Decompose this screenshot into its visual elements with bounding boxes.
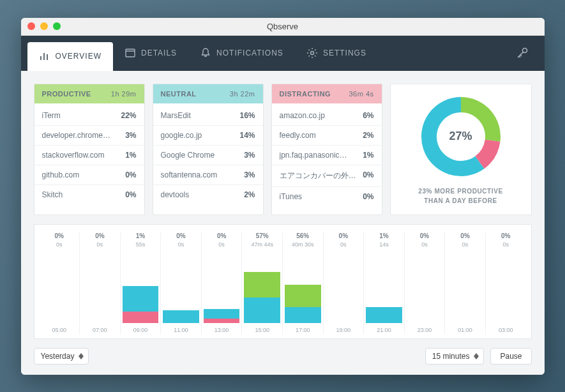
item-name: エアコンカバーの外… (280, 170, 358, 181)
list-item[interactable]: amazon.co.jp6% (272, 106, 382, 126)
bar-chart-icon (39, 50, 50, 62)
item-name: Google Chrome (161, 151, 239, 160)
item-name: developer.chrome… (42, 131, 121, 140)
hour-duration: 0s (178, 241, 185, 248)
hour-column[interactable]: 0%0s11:00 (161, 232, 202, 335)
hour-duration: 0s (502, 241, 509, 248)
list-item[interactable]: softantenna.com3% (153, 165, 263, 185)
interval-select-value: 15 minutes (432, 352, 470, 361)
item-pct: 0% (363, 192, 373, 201)
stepper-icon (472, 349, 481, 364)
item-pct: 6% (363, 111, 373, 120)
tab-label: SETTINGS (323, 49, 366, 57)
app-window: Qbserve OVERVIEW DETAILS NOTIFICATIONS S… (21, 18, 545, 375)
interval-select[interactable]: 15 minutes (425, 348, 485, 365)
timeline-chart: 0%0s05:000%0s07:001%55s09:000%0s11:000%0… (34, 224, 532, 339)
list-item[interactable]: エアコンカバーの外…0% (272, 165, 382, 187)
hour-column[interactable]: 1%55s09:00 (121, 232, 162, 335)
tab-notifications[interactable]: NOTIFICATIONS (188, 36, 295, 71)
tab-label: OVERVIEW (56, 52, 102, 61)
hour-column[interactable]: 1%14s21:00 (364, 232, 405, 335)
hour-duration: 14s (379, 241, 389, 248)
tab-label: NOTIFICATIONS (216, 49, 283, 57)
hour-column[interactable]: 0%0s03:00 (486, 232, 526, 335)
donut-card: 27% 23% MORE PRODUCTIVE THAN A DAY BEFOR… (390, 84, 532, 215)
list-item[interactable]: google.co.jp14% (153, 126, 263, 146)
category-total: 3h 22m (230, 90, 255, 98)
list-item[interactable]: Skitch0% (34, 185, 144, 204)
hour-time: 15:00 (255, 327, 269, 333)
productive-list: iTerm22%developer.chrome…3%stackoverflow… (34, 103, 144, 207)
hour-column[interactable]: 0%0s13:00 (202, 232, 243, 335)
item-pct: 3% (125, 131, 136, 140)
hour-time: 21:00 (377, 327, 391, 333)
titlebar: Qbserve (21, 18, 545, 36)
list-item[interactable]: iTerm22% (34, 106, 144, 126)
item-name: google.co.jp (161, 131, 235, 140)
list-item[interactable]: jpn.faq.panasonic…1% (272, 146, 382, 165)
item-pct: 16% (239, 111, 255, 120)
hour-pct: 1% (379, 232, 388, 239)
item-pct: 0% (363, 170, 373, 181)
item-name: softantenna.com (161, 170, 239, 179)
list-item[interactable]: developer.chrome…3% (34, 126, 144, 146)
tabbar: OVERVIEW DETAILS NOTIFICATIONS SETTINGS (21, 36, 545, 71)
hour-duration: 0s (340, 241, 347, 248)
item-name: MarsEdit (161, 111, 235, 120)
gear-icon (306, 47, 318, 59)
list-item[interactable]: iTunes0% (272, 187, 382, 206)
item-name: stackoverflow.com (42, 151, 121, 160)
hour-column[interactable]: 0%0s23:00 (405, 232, 446, 335)
hour-column[interactable]: 0%0s05:00 (40, 232, 80, 335)
hour-time: 19:00 (336, 327, 351, 333)
pause-button[interactable]: Pause (490, 348, 531, 365)
item-name: jpn.faq.panasonic… (280, 151, 358, 160)
hour-pct: 57% (256, 232, 269, 239)
hour-duration: 55s (136, 241, 146, 248)
donut-caption-line2: THAN A DAY BEFORE (418, 196, 503, 206)
hour-column[interactable]: 56%40m 30s17:00 (283, 232, 324, 335)
list-item[interactable]: MarsEdit16% (153, 106, 263, 126)
license-key-button[interactable] (509, 36, 536, 71)
tab-details[interactable]: DETAILS (113, 36, 188, 71)
item-pct: 22% (121, 111, 136, 120)
list-item[interactable]: devtools2% (153, 185, 263, 204)
item-pct: 2% (244, 190, 255, 199)
tab-settings[interactable]: SETTINGS (295, 36, 378, 71)
svg-point-1 (310, 52, 313, 55)
productive-card: PRODUCTIVE 1h 29m iTerm22%developer.chro… (34, 84, 145, 215)
neutral-card: NEUTRAL 3h 22m MarsEdit16%google.co.jp14… (153, 84, 264, 215)
hour-duration: 40m 30s (292, 241, 314, 248)
category-label: PRODUCTIVE (42, 90, 91, 98)
svg-rect-0 (126, 49, 135, 57)
hour-time: 23:00 (418, 327, 432, 333)
hour-column[interactable]: 0%0s01:00 (445, 232, 486, 335)
list-item[interactable]: stackoverflow.com1% (34, 146, 144, 165)
hour-column[interactable]: 57%47m 44s15:00 (242, 232, 283, 335)
tab-label: DETAILS (141, 49, 177, 57)
range-select[interactable]: Yesterday (34, 348, 89, 365)
range-select-value: Yesterday (41, 352, 75, 361)
tab-overview[interactable]: OVERVIEW (27, 42, 113, 71)
list-item[interactable]: feedly.com2% (272, 126, 382, 146)
content: PRODUCTIVE 1h 29m iTerm22%developer.chro… (21, 71, 545, 375)
distracting-list: amazon.co.jp6%feedly.com2%jpn.faq.panaso… (272, 103, 382, 209)
item-pct: 3% (244, 151, 255, 160)
hour-duration: 0s (97, 241, 103, 248)
item-pct: 0% (125, 190, 136, 199)
hour-column[interactable]: 0%0s19:00 (324, 232, 365, 335)
hour-pct: 0% (217, 232, 226, 239)
neutral-list: MarsEdit16%google.co.jp14%Google Chrome3… (153, 103, 263, 207)
list-item[interactable]: github.com0% (34, 165, 144, 185)
hour-time: 05:00 (52, 327, 67, 333)
item-pct: 1% (125, 151, 136, 160)
item-name: github.com (42, 170, 121, 179)
hour-pct: 0% (420, 232, 429, 239)
list-item[interactable]: Google Chrome3% (153, 146, 263, 165)
hour-pct: 56% (296, 232, 309, 239)
item-name: feedly.com (280, 131, 358, 140)
category-label: NEUTRAL (161, 90, 197, 98)
hour-duration: 0s (462, 241, 469, 248)
hour-duration: 47m 44s (251, 241, 273, 248)
hour-column[interactable]: 0%0s07:00 (80, 232, 121, 335)
